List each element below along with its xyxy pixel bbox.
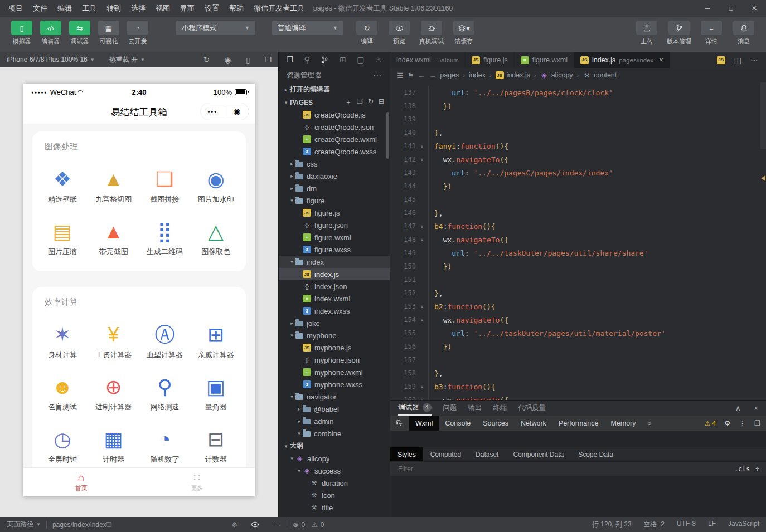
fold-icon[interactable]: ∨ bbox=[416, 143, 428, 149]
refresh-icon[interactable]: ↻ bbox=[203, 56, 210, 64]
record-icon[interactable]: ◉ bbox=[225, 56, 231, 64]
close-panel-icon[interactable]: × bbox=[754, 404, 758, 412]
pages-section[interactable]: ▾ PAGES ＋❏↻⊟ bbox=[279, 96, 390, 109]
device-frame-icon[interactable]: ▯ bbox=[246, 56, 250, 64]
dock-side-icon[interactable]: ❐ bbox=[754, 419, 760, 427]
toggle-编辑器[interactable]: ‹/›编辑器 bbox=[37, 21, 65, 46]
tree-item-index.json[interactable]: {}index.json bbox=[279, 280, 390, 292]
code-area[interactable]: 137 url: '../../pagesB/pages/clock/clock… bbox=[390, 82, 766, 400]
tool-item[interactable]: ▦计时器 bbox=[88, 427, 139, 465]
nav-forward-icon[interactable]: → bbox=[429, 71, 436, 80]
editor-tab-index.js[interactable]: JSindex.jspages\index× bbox=[574, 52, 670, 68]
new-folder-icon[interactable]: ❏ bbox=[357, 97, 363, 107]
tree-item-createQrcode.wxss[interactable]: 3createQrcode.wxss bbox=[279, 145, 390, 158]
devtools-tab-Network[interactable]: Network bbox=[515, 416, 552, 431]
action-消息[interactable]: 消息 bbox=[728, 21, 759, 46]
tree-item-@babel[interactable]: ▸@babel bbox=[279, 403, 390, 415]
menu-帮助[interactable]: 帮助 bbox=[224, 3, 249, 13]
breadcrumb-item-content[interactable]: ⚒content bbox=[583, 71, 617, 79]
breadcrumb-item-alicopy[interactable]: ◈alicopy bbox=[540, 71, 573, 79]
tool-item[interactable]: ▲带壳截图 bbox=[88, 219, 139, 257]
styles-tab-Computed[interactable]: Computed bbox=[423, 447, 468, 461]
multi-window-icon[interactable]: ❒ bbox=[265, 56, 272, 64]
tree-item-alicopy[interactable]: ▾◈alicopy bbox=[279, 452, 390, 465]
tree-item-myphone[interactable]: ▾myphone bbox=[279, 329, 390, 341]
menu-项目[interactable]: 项目 bbox=[3, 3, 28, 13]
tree-item-myphone.wxss[interactable]: 3myphone.wxss bbox=[279, 378, 390, 391]
search-icon[interactable]: ⚲ bbox=[304, 55, 309, 64]
explorer-scrollbar[interactable] bbox=[386, 112, 389, 159]
js-file-icon[interactable]: JS bbox=[717, 56, 725, 64]
copy-path-icon[interactable]: ❏ bbox=[106, 521, 112, 528]
page-path-select[interactable]: 页面路径 ▼ bbox=[7, 520, 41, 529]
device-select[interactable]: iPhone 6/7/8 Plus 100% 16 bbox=[7, 56, 88, 64]
devtools-tab-Memory[interactable]: Memory bbox=[604, 416, 642, 431]
menu-编辑[interactable]: 编辑 bbox=[52, 3, 77, 13]
tree-item-css[interactable]: ▸css bbox=[279, 158, 390, 170]
blocks-icon[interactable]: ⊞ bbox=[340, 55, 346, 64]
editor-scrollbar[interactable] bbox=[760, 82, 766, 149]
debugger-tab-输出[interactable]: 输出 bbox=[468, 401, 482, 416]
phone-tab-首页[interactable]: ⌂首页 bbox=[23, 468, 139, 496]
hot-reload-toggle[interactable]: 热重载 开 ▼ bbox=[109, 55, 145, 65]
styles-tab-Dataset[interactable]: Dataset bbox=[468, 447, 506, 461]
more-actions-icon[interactable]: ⋯ bbox=[750, 56, 758, 65]
indent-setting[interactable]: 空格: 2 bbox=[644, 520, 665, 529]
tree-item-figure.wxml[interactable]: ‹›figure.wxml bbox=[279, 231, 390, 243]
tree-item-index.js[interactable]: JSindex.js bbox=[279, 268, 390, 280]
encoding[interactable]: UTF-8 bbox=[677, 520, 696, 529]
tool-item[interactable]: ✶身材计算 bbox=[37, 322, 88, 360]
breadcrumb-item-index.js[interactable]: JSindex.js bbox=[496, 71, 530, 79]
devtools-tab-Console[interactable]: Console bbox=[439, 416, 477, 431]
action-编译[interactable]: ↻编译 bbox=[351, 21, 382, 46]
tree-item-dm[interactable]: ▸dm bbox=[279, 182, 390, 194]
tree-item-figure.js[interactable]: JSfigure.js bbox=[279, 207, 390, 219]
tree-item-daxiaoxie[interactable]: ▸daxiaoxie bbox=[279, 170, 390, 182]
cursor-position[interactable]: 行 120, 列 23 bbox=[592, 520, 632, 529]
maximize-button[interactable]: □ bbox=[719, 4, 743, 12]
breadcrumb-item-index[interactable]: index bbox=[469, 71, 486, 79]
tree-item-figure.wxss[interactable]: 3figure.wxss bbox=[279, 243, 390, 256]
outline-menu-icon[interactable]: ☰ bbox=[397, 71, 404, 80]
close-capsule-icon[interactable]: ◉ bbox=[225, 106, 249, 116]
collapse-all-icon[interactable]: ⊟ bbox=[379, 97, 384, 107]
outline-section[interactable]: ▾大纲 bbox=[279, 440, 390, 452]
tree-item-createQrcode.wxml[interactable]: ‹›createQrcode.wxml bbox=[279, 133, 390, 145]
menu-选择[interactable]: 选择 bbox=[126, 3, 151, 13]
action-版本管理[interactable]: 版本管理 bbox=[663, 21, 695, 46]
tool-item[interactable]: ◉图片加水印 bbox=[190, 167, 241, 204]
tool-item[interactable]: ⊞亲戚计算器 bbox=[190, 322, 241, 360]
devtools-tab-Sources[interactable]: Sources bbox=[477, 416, 515, 431]
applet-icon[interactable]: ▢ bbox=[357, 55, 364, 64]
more-tabs-icon[interactable]: » bbox=[642, 419, 657, 427]
tree-item-myphone.json[interactable]: {}myphone.json bbox=[279, 354, 390, 366]
tool-item[interactable]: △图像取色 bbox=[190, 219, 241, 257]
toggle-模拟器[interactable]: ▯模拟器 bbox=[8, 21, 36, 46]
tree-item-success[interactable]: ▾◈success bbox=[279, 465, 390, 477]
styles-tab-Styles[interactable]: Styles bbox=[390, 447, 423, 461]
action-清缓存[interactable]: ▾清缓存 bbox=[448, 21, 479, 46]
tree-item-index[interactable]: ▾index bbox=[279, 256, 390, 268]
fold-icon[interactable]: ∨ bbox=[416, 397, 428, 400]
debugger-tab-调试器[interactable]: 调试器4 bbox=[398, 401, 432, 416]
refresh-icon[interactable]: ↻ bbox=[368, 97, 374, 107]
tool-item[interactable]: ❖精选壁纸 bbox=[37, 167, 88, 204]
tool-item[interactable]: ◷全屏时钟 bbox=[37, 427, 88, 465]
action-上传[interactable]: 上传 bbox=[631, 21, 662, 46]
tool-item[interactable]: Ⓐ血型计算器 bbox=[139, 322, 191, 360]
tool-item[interactable]: ☻色盲测试 bbox=[37, 374, 88, 412]
debugger-tab-代码质量[interactable]: 代码质量 bbox=[518, 401, 546, 416]
new-file-icon[interactable]: ＋ bbox=[345, 97, 352, 107]
tool-item[interactable]: ◔随机数字 bbox=[139, 427, 191, 465]
minimize-button[interactable]: ─ bbox=[696, 4, 719, 12]
breadcrumb-item-pages[interactable]: pages bbox=[440, 71, 459, 79]
action-预览[interactable]: 预览 bbox=[384, 21, 415, 46]
tool-item[interactable]: ⊕进制计算器 bbox=[88, 374, 139, 412]
tree-item-figure[interactable]: ▾figure bbox=[279, 194, 390, 207]
add-style-icon[interactable]: + bbox=[755, 465, 759, 473]
tree-item-createQrcode.json[interactable]: {}createQrcode.json bbox=[279, 121, 390, 133]
bookmark-icon[interactable]: ⚑ bbox=[408, 71, 414, 80]
fold-icon[interactable]: ∨ bbox=[416, 157, 428, 162]
open-editors-section[interactable]: ▸ 打开的编辑器 bbox=[279, 83, 390, 96]
fold-icon[interactable]: ∨ bbox=[416, 237, 428, 242]
